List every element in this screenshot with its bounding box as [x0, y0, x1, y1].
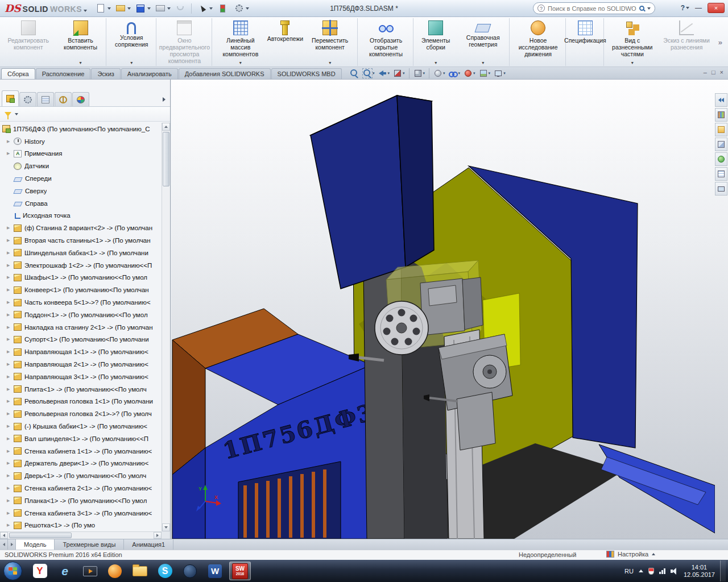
search-icon[interactable] — [639, 6, 644, 11]
minimize-button[interactable]: — — [693, 4, 704, 12]
ribbon-button[interactable]: Новое исследование движения — [511, 18, 565, 66]
taskbar-icon-music-app[interactable] — [104, 562, 126, 580]
section-view-icon[interactable]: ▾ — [391, 68, 410, 78]
feature-tree-item[interactable]: ▶ Вал шпинделя<1> -> (По умолчанию<<П — [0, 433, 162, 445]
ribbon-tab[interactable]: Сборка — [1, 68, 35, 79]
document-close-button[interactable]: × — [720, 69, 723, 76]
expand-arrow-icon[interactable]: ▶ — [7, 139, 14, 144]
feature-tree-item[interactable]: Справа — [0, 197, 162, 210]
feature-tree-item[interactable]: ▶ Вторая часть станины<1> -> (По умолчан — [0, 234, 162, 247]
filter-dropdown-icon[interactable] — [15, 113, 18, 115]
expand-arrow-icon[interactable]: ▶ — [7, 436, 14, 441]
panel-flyout-chevron-icon[interactable] — [163, 97, 166, 102]
feature-tree-item[interactable]: ▶ Конвеер<1> (По умолчанию<По умолчан — [0, 284, 162, 296]
search-dropdown-icon[interactable] — [647, 7, 651, 10]
ribbon-button[interactable]: Отобразить скрытые компоненты — [359, 18, 413, 66]
ribbon-tab[interactable]: Эскиз — [91, 68, 120, 79]
taskbar-icon-media-player[interactable] — [79, 562, 101, 580]
save-icon[interactable] — [134, 2, 147, 15]
settings-expand-icon[interactable] — [652, 553, 655, 555]
expand-arrow-icon[interactable]: ▶ — [7, 424, 14, 429]
expand-arrow-icon[interactable]: ▶ — [7, 523, 14, 527]
feature-tree-item[interactable]: ▶ Держатель двери<1> -> (По умолчанию< — [0, 458, 162, 470]
options-gear-icon[interactable] — [232, 2, 246, 15]
expand-arrow-icon[interactable]: ▶ — [7, 461, 14, 465]
ribbon-button[interactable]: Справочная геометрия ▾ — [457, 18, 510, 66]
print-icon[interactable] — [154, 2, 167, 15]
graphics-viewport[interactable]: 1П756ДФ3 — [171, 80, 728, 539]
tree-horizontal-scrollbar[interactable] — [0, 531, 162, 539]
ribbon-button[interactable]: Элементы сборки ▾ — [415, 18, 457, 66]
expand-arrow-icon[interactable]: ▶ — [7, 362, 14, 367]
file-explorer-icon[interactable] — [715, 138, 727, 151]
expand-arrow-icon[interactable]: ▶ — [7, 473, 14, 478]
feature-tree-item[interactable]: ▶ Направляющая 2<1> -> (По умолчанию< — [0, 358, 162, 371]
expand-arrow-icon[interactable]: ▶ — [7, 375, 14, 379]
feature-tree-item[interactable]: ▶ Шпиндельная бабка<1> -> (По умолчани — [0, 247, 162, 259]
taskbar-icon-internet-explorer[interactable]: e — [54, 562, 76, 580]
expand-arrow-icon[interactable]: ▶ — [7, 411, 14, 416]
feature-tree-root[interactable]: 1П756ДФ3 (По умолчанию<По умолчанию_С — [0, 123, 162, 135]
volume-icon[interactable] — [671, 568, 679, 575]
feature-tree-item[interactable]: ▶ Стенка кабинета 1<1> -> (По умолчанию< — [0, 445, 162, 458]
settings-label[interactable]: Настройка — [618, 551, 648, 558]
ribbon-tab[interactable]: Анализировать — [121, 68, 178, 79]
feature-tree-item[interactable]: ▶ (ф) Станина 2 вариант<2> -> (По умолча… — [0, 222, 162, 234]
ribbon-button[interactable]: Автокрепежи — [267, 18, 303, 66]
ribbon-button[interactable]: Условия сопряжения ▾ — [107, 18, 156, 66]
previous-view-icon[interactable]: ▾ — [377, 68, 392, 78]
rebuild-icon[interactable] — [216, 2, 229, 15]
ribbon-overflow-button[interactable]: » — [714, 38, 727, 47]
ribbon-button[interactable]: Окно предварительного просмотра компонен… — [158, 18, 212, 66]
ribbon-tab[interactable]: SOLIDWORKS MBD — [271, 68, 342, 79]
document-restore-button[interactable]: □ — [712, 69, 715, 76]
feature-tree-item[interactable]: ▶ Направляющая 1<1> -> (По умолчанию< — [0, 346, 162, 358]
tree-vertical-scrollbar[interactable] — [162, 123, 170, 531]
tree-filter-bar[interactable] — [0, 107, 170, 122]
expand-arrow-icon[interactable]: ▶ — [7, 300, 14, 305]
scroll-left-button[interactable] — [0, 532, 8, 539]
tabs-scroll-right-icon[interactable] — [8, 539, 16, 550]
feature-tree-item[interactable]: ▶ History — [0, 135, 162, 148]
clock[interactable]: 14:01 12.05.2017 — [684, 564, 715, 579]
show-desktop-button[interactable] — [720, 560, 726, 581]
expand-arrow-icon[interactable]: ▶ — [7, 511, 14, 516]
dimxpertmanager-tab[interactable] — [55, 92, 72, 106]
feature-tree-item[interactable]: ▶ Планка<1> -> (По умолчанию<<По умол — [0, 494, 162, 507]
feature-tree-item[interactable]: ▶ Решотка<1> -> (По умо — [0, 519, 162, 532]
expand-arrow-icon[interactable]: ▶ — [7, 387, 14, 392]
view-settings-icon[interactable]: ▾ — [492, 68, 507, 78]
expand-arrow-icon[interactable]: ▶ — [7, 486, 14, 490]
expand-arrow-icon[interactable]: ▶ — [7, 251, 14, 255]
feature-tree-item[interactable]: ▶ Направляющая 3<1> -> (По умолчанию< — [0, 371, 162, 383]
search-input[interactable] — [548, 5, 636, 12]
expand-arrow-icon[interactable]: ▶ — [7, 313, 14, 317]
ribbon-button[interactable]: Линейный массив компонентов ▾ — [213, 18, 267, 66]
zoom-fit-icon[interactable] — [348, 68, 361, 78]
configurationmanager-tab[interactable] — [37, 92, 54, 106]
document-minimize-button[interactable]: – — [704, 69, 707, 76]
scroll-right-button[interactable] — [154, 532, 162, 539]
taskbar-icon-solidworks[interactable]: SW2016 — [229, 562, 251, 580]
taskbar-icon-yandex-browser[interactable]: Y — [29, 562, 51, 580]
feature-tree-item[interactable]: ▶ Электрошкаф 1<2> -> (По умолчанию<<П — [0, 259, 162, 272]
ribbon-button[interactable]: Вставить компоненты ▾ — [55, 18, 106, 66]
custom-properties-icon[interactable] — [715, 167, 727, 181]
feature-tree-item[interactable]: ▶ Часть конвеера 5<1>->? (По умолчанию< — [0, 296, 162, 309]
feature-tree-item[interactable]: ▶ Револьверная головка 2<1>->? (По умолч — [0, 408, 162, 420]
scrollbar-thumb[interactable] — [163, 132, 169, 186]
feature-tree-item[interactable]: ▶ Поддон<1> -> (По умолчанию<<По умол — [0, 309, 162, 321]
scroll-up-button[interactable] — [162, 123, 170, 131]
ribbon-button[interactable]: Эскиз с линиями разнесения — [659, 18, 713, 66]
expand-arrow-icon[interactable]: ▶ — [7, 449, 14, 454]
solidworks-resources-icon[interactable] — [715, 108, 727, 122]
open-icon[interactable] — [114, 2, 127, 15]
action-center-icon[interactable] — [648, 568, 654, 575]
new-document-icon[interactable] — [94, 2, 107, 15]
taskbar-icon-file-explorer[interactable] — [129, 562, 151, 580]
feature-tree-item[interactable]: ▶ Дверь<1> -> (По умолчанию<<По умолч — [0, 469, 162, 482]
view-tab[interactable]: Модель — [16, 539, 55, 550]
expand-arrow-icon[interactable]: ▶ — [7, 498, 14, 503]
ribbon-button[interactable]: Редактировать компонент — [1, 18, 55, 66]
ribbon-button[interactable]: Переместить компонент ▾ — [303, 18, 357, 66]
